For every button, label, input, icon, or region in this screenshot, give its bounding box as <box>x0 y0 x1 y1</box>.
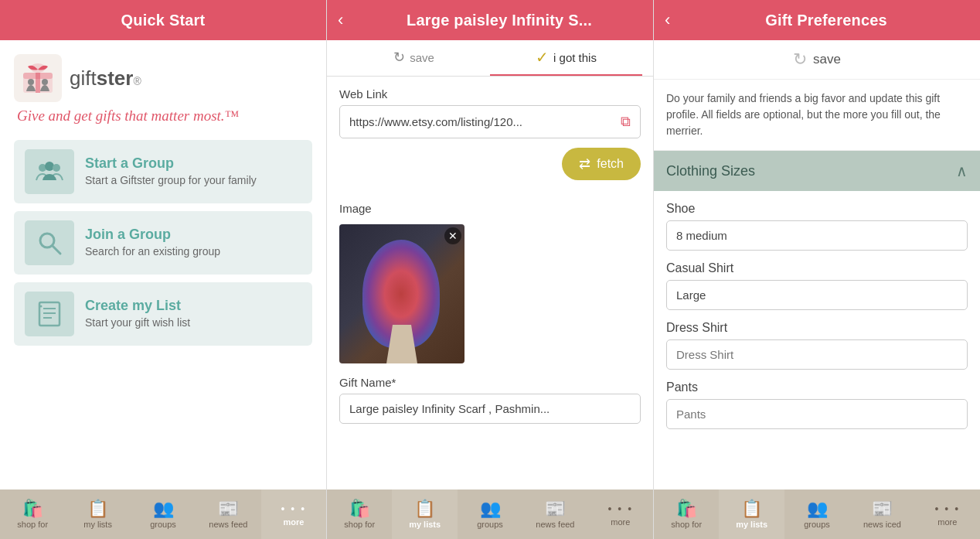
svg-point-6 <box>42 79 48 85</box>
web-link-label: Web Link <box>339 87 641 101</box>
info-text: Do your family and friends a big favor a… <box>654 80 980 151</box>
panel-gift-preferences: ‹ Gift Preferences ↻ save Do your family… <box>654 0 980 539</box>
join-group-title: Join a Group <box>85 227 220 243</box>
save-label[interactable]: save <box>813 52 841 67</box>
shoe-input[interactable] <box>666 220 968 251</box>
svg-rect-4 <box>36 73 40 93</box>
image-section: Image ✕ <box>339 202 641 367</box>
right-back-button[interactable]: ‹ <box>665 10 683 30</box>
save-row: ↻ save <box>654 40 980 80</box>
got-this-tab-label: i got this <box>553 51 597 64</box>
nav-more-left[interactable]: • • • more <box>261 490 326 539</box>
nav-shop-for-left[interactable]: 🛍️ shop for <box>0 490 65 539</box>
menu-item-start-group[interactable]: Start a Group Start a Giftster group for… <box>14 140 312 203</box>
dress-shirt-input[interactable] <box>666 339 968 370</box>
image-label: Image <box>339 202 641 215</box>
left-content: giftster® Give and get gifts that matter… <box>0 40 326 490</box>
mid-tabs: ↻ save ✓ i got this <box>327 40 653 77</box>
nav-news-feed-mid[interactable]: 📰 news feed <box>522 490 587 539</box>
join-group-desc: Search for an existing group <box>85 244 220 258</box>
nav-groups-right[interactable]: 👥 groups <box>784 490 849 539</box>
nav-my-lists-left[interactable]: 📋 my lists <box>65 490 130 539</box>
start-group-desc: Start a Giftster group for your family <box>85 173 257 187</box>
shop-for-icon: 🛍️ <box>22 500 43 517</box>
groups-icon-mid: 👥 <box>480 500 501 517</box>
nav-groups-left[interactable]: 👥 groups <box>131 490 196 539</box>
people-group-icon <box>35 157 64 186</box>
clothing-sizes-title: Clothing Sizes <box>666 163 755 179</box>
web-link-field[interactable]: ⧉ <box>339 105 641 138</box>
create-list-desc: Start your gift wish list <box>85 316 190 329</box>
fetch-icon: ⇄ <box>579 155 590 172</box>
dress-shirt-field-group: Dress Shirt <box>666 321 968 370</box>
scarf-image <box>339 224 464 363</box>
pants-field-group: Pants <box>666 380 968 429</box>
giftster-wordmark: giftster® <box>70 67 141 90</box>
mid-content: Web Link ⧉ ⇄ fetch Image ✕ <box>327 77 653 490</box>
groups-label-right: groups <box>804 520 830 529</box>
nav-my-lists-mid[interactable]: 📋 my lists <box>392 490 457 539</box>
svg-point-9 <box>53 164 60 172</box>
mid-back-button[interactable]: ‹ <box>338 10 356 30</box>
clothing-sizes-header[interactable]: Clothing Sizes ∧ <box>654 151 980 191</box>
right-header: ‹ Gift Preferences <box>654 0 980 40</box>
casual-shirt-input[interactable] <box>666 280 968 310</box>
fetch-label: fetch <box>597 157 624 171</box>
pants-input[interactable] <box>666 399 968 429</box>
nav-groups-mid[interactable]: 👥 groups <box>458 490 522 539</box>
web-link-input[interactable] <box>349 115 588 128</box>
my-lists-icon-mid: 📋 <box>414 500 435 517</box>
more-icon-right: • • • <box>935 503 960 515</box>
clothing-fields: Shoe Casual Shirt Dress Shirt Pants <box>654 191 980 451</box>
shoe-label: Shoe <box>666 202 968 216</box>
left-bottom-nav: 🛍️ shop for 📋 my lists 👥 groups 📰 news f… <box>0 490 326 539</box>
menu-item-join-group[interactable]: Join a Group Search for an existing grou… <box>14 211 312 275</box>
save-tab-icon: ↻ <box>393 49 405 66</box>
more-label-mid: more <box>611 517 630 527</box>
right-content: Do your family and friends a big favor a… <box>654 80 980 490</box>
join-group-icon-box <box>25 220 74 265</box>
my-lists-icon-left: 📋 <box>87 500 108 517</box>
groups-icon-right: 👥 <box>807 500 828 517</box>
news-feed-label-left: news feed <box>209 520 247 529</box>
nav-shop-for-mid[interactable]: 🛍️ shop for <box>327 490 392 539</box>
giftster-logo-icon <box>14 54 62 102</box>
nav-shop-for-right[interactable]: 🛍️ shop for <box>654 490 719 539</box>
image-container: ✕ <box>339 224 464 363</box>
join-group-text: Join a Group Search for an existing grou… <box>85 227 220 258</box>
tab-i-got-this[interactable]: ✓ i got this <box>490 40 642 76</box>
casual-shirt-field-group: Casual Shirt <box>666 261 968 310</box>
menu-item-create-list[interactable]: Create my List Start your gift wish list <box>14 282 312 346</box>
shop-for-label: shop for <box>17 520 48 529</box>
my-lists-icon-right: 📋 <box>741 500 762 517</box>
left-header: Quick Start <box>0 0 326 40</box>
start-group-icon-box <box>25 149 74 194</box>
shop-for-icon-right: 🛍️ <box>676 500 697 517</box>
panel-quick-start: Quick Start <box>0 0 326 539</box>
news-feed-icon-left: 📰 <box>218 500 239 517</box>
svg-point-8 <box>45 162 54 171</box>
gift-name-label: Gift Name* <box>339 376 641 389</box>
nav-news-feed-left[interactable]: 📰 news feed <box>196 490 260 539</box>
got-this-tab-icon: ✓ <box>536 48 549 67</box>
gift-name-input[interactable] <box>339 394 641 424</box>
nav-more-mid[interactable]: • • • more <box>588 490 653 539</box>
right-bottom-nav: 🛍️ shop for 📋 my lists 👥 groups 📰 news i… <box>654 490 980 539</box>
news-feed-label-right: news iced <box>863 520 901 529</box>
chevron-up-icon: ∧ <box>956 162 968 180</box>
create-list-icon-box <box>25 292 74 336</box>
more-icon-left: • • • <box>281 503 306 515</box>
external-link-icon: ⧉ <box>621 114 631 130</box>
nav-more-right[interactable]: • • • more <box>915 490 980 539</box>
nav-news-feed-right[interactable]: 📰 news iced <box>849 490 914 539</box>
shop-for-label-mid: shop for <box>344 520 375 529</box>
create-list-title: Create my List <box>85 298 190 314</box>
news-feed-label-mid: news feed <box>536 520 574 529</box>
more-label-right: more <box>937 517 957 527</box>
nav-my-lists-right[interactable]: 📋 my lists <box>719 490 784 539</box>
tab-save[interactable]: ↻ save <box>338 40 490 76</box>
mid-header: ‹ Large paisley Infinity S... <box>327 0 653 40</box>
image-remove-button[interactable]: ✕ <box>444 227 461 244</box>
fetch-button[interactable]: ⇄ fetch <box>562 148 641 180</box>
tagline: Give and get gifts that matter most.™ <box>14 107 312 126</box>
